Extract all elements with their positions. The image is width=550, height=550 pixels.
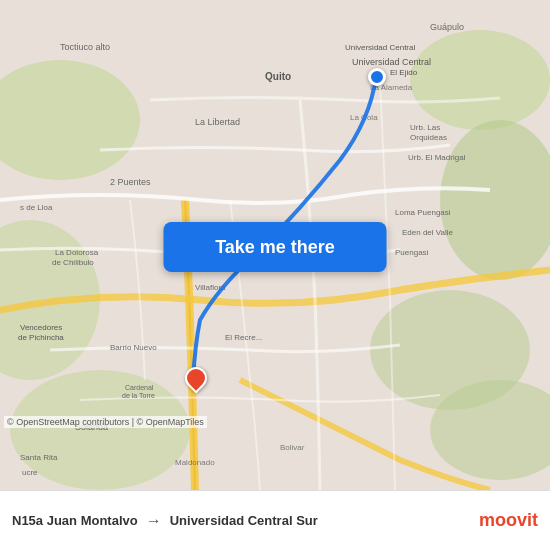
take-me-there-button[interactable]: Take me there [164, 222, 387, 272]
svg-text:Cardenal: Cardenal [125, 384, 154, 391]
svg-text:Puengasi: Puengasi [395, 248, 429, 257]
svg-text:de Chilibulo: de Chilibulo [52, 258, 94, 267]
svg-text:Villaflora: Villaflora [195, 283, 226, 292]
route-to: Universidad Central Sur [170, 513, 318, 528]
svg-text:de Pichincha: de Pichincha [18, 333, 64, 342]
route-arrow: → [146, 512, 162, 530]
svg-text:Santa Rita: Santa Rita [20, 453, 58, 462]
moovit-logo: moovit [479, 510, 538, 531]
svg-text:Bolivar: Bolivar [280, 443, 305, 452]
svg-text:Urb. El Madrigal: Urb. El Madrigal [408, 153, 466, 162]
origin-pin [368, 68, 386, 86]
map-container: Toctiuco alto Guápulo Quito Universidad … [0, 0, 550, 490]
svg-text:Eden del Valle: Eden del Valle [402, 228, 454, 237]
svg-text:Universidad Central: Universidad Central [345, 43, 415, 52]
svg-text:Loma Puengasi: Loma Puengasi [395, 208, 451, 217]
svg-text:2 Puentes: 2 Puentes [110, 177, 151, 187]
svg-text:ucre: ucre [22, 468, 38, 477]
svg-text:Orquideas: Orquideas [410, 133, 447, 142]
map-attribution: © OpenStreetMap contributors | © OpenMap… [4, 416, 207, 428]
svg-point-2 [410, 30, 550, 130]
svg-text:La Dolorosa: La Dolorosa [55, 248, 99, 257]
destination-pin [185, 367, 207, 389]
svg-text:El Recre...: El Recre... [225, 333, 262, 342]
svg-text:Toctiuco alto: Toctiuco alto [60, 42, 110, 52]
svg-text:La Cola: La Cola [350, 113, 378, 122]
svg-text:Barrio Nuevo: Barrio Nuevo [110, 343, 157, 352]
svg-text:Urb. Las: Urb. Las [410, 123, 440, 132]
svg-text:s de Lloa: s de Lloa [20, 203, 53, 212]
moovit-text: moovit [479, 510, 538, 531]
route-from: N15a Juan Montalvo [12, 513, 138, 528]
take-me-there-label: Take me there [215, 237, 335, 258]
svg-text:Quito: Quito [265, 71, 291, 82]
svg-text:La Libertad: La Libertad [195, 117, 240, 127]
svg-text:El Ejido: El Ejido [390, 68, 418, 77]
svg-text:Vencedores: Vencedores [20, 323, 62, 332]
bottom-bar: N15a Juan Montalvo → Universidad Central… [0, 490, 550, 550]
svg-text:Maldonado: Maldonado [175, 458, 215, 467]
svg-text:Universidad Central: Universidad Central [352, 57, 431, 67]
svg-text:Guápulo: Guápulo [430, 22, 464, 32]
route-info: N15a Juan Montalvo → Universidad Central… [12, 512, 479, 530]
svg-text:de la Torre: de la Torre [122, 392, 155, 399]
